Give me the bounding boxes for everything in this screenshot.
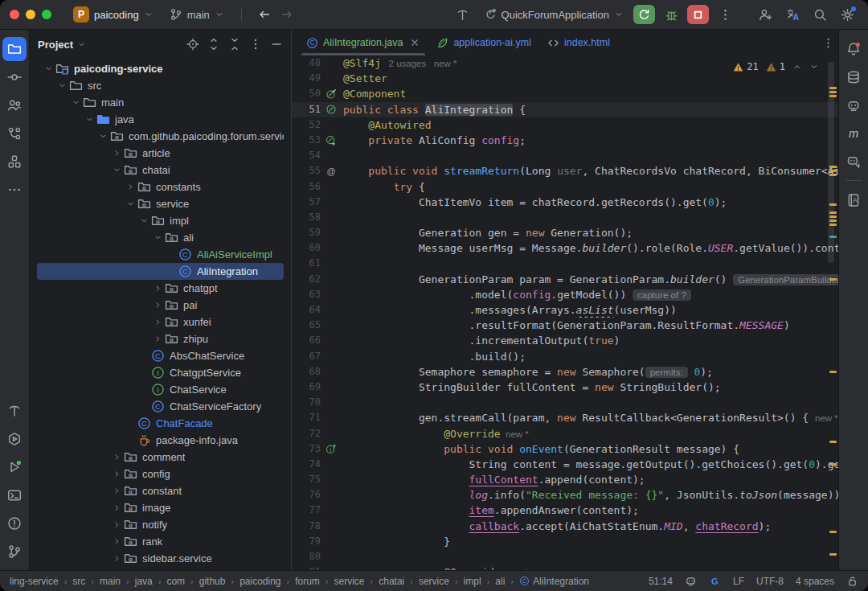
- code-line-53[interactable]: 53 private AliConfig config;: [292, 133, 838, 148]
- chevron-down-icon[interactable]: [96, 131, 110, 142]
- close-tab-icon[interactable]: [409, 37, 420, 48]
- code-line-80[interactable]: 80: [292, 549, 838, 564]
- notifications-button[interactable]: [841, 37, 866, 61]
- code-line-77[interactable]: 77 item.appendAnswer(content);: [292, 503, 838, 518]
- breadcrumb-chatai[interactable]: chatai: [379, 576, 404, 587]
- commit-tool-button[interactable]: [2, 65, 27, 89]
- structure-tool-button[interactable]: [2, 150, 27, 174]
- tree-item-java[interactable]: java: [37, 111, 284, 128]
- settings-button[interactable]: [836, 4, 858, 25]
- translate-button[interactable]: A: [781, 4, 804, 25]
- debug-button[interactable]: [660, 4, 682, 25]
- scrollbar-mark[interactable]: [829, 211, 837, 214]
- chevron-right-icon[interactable]: [151, 334, 165, 345]
- branch-widget[interactable]: main: [164, 6, 230, 23]
- build-hammer-button[interactable]: [452, 4, 474, 25]
- code-line-50[interactable]: 50@Component: [292, 86, 838, 101]
- line-number[interactable]: 61: [292, 256, 321, 271]
- documentation-tool-button[interactable]: A: [841, 188, 866, 212]
- maven-tool-button[interactable]: m: [841, 121, 866, 146]
- scrollbar-mark[interactable]: [829, 236, 837, 238]
- chevron-down-icon[interactable]: [137, 215, 151, 227]
- chevron-down-icon[interactable]: [77, 40, 86, 49]
- ai-chat-tool-button[interactable]: [841, 150, 866, 174]
- chevron-right-icon[interactable]: [151, 317, 165, 328]
- line-number[interactable]: 59: [292, 225, 321, 240]
- rerun-button[interactable]: [633, 5, 655, 24]
- translation-engine[interactable]: G: [709, 575, 721, 587]
- code-line-78[interactable]: 78 callback.accept(AiChatStatEnum.MID, c…: [292, 519, 838, 534]
- code-line-74[interactable]: 74 String content = message.getOutput().…: [292, 457, 838, 472]
- chevron-down-icon[interactable]: [55, 80, 69, 92]
- line-number[interactable]: 70: [292, 395, 321, 410]
- line-number[interactable]: 81: [292, 564, 321, 570]
- chevron-right-icon[interactable]: [110, 519, 124, 531]
- tree-item-constants[interactable]: constants: [37, 179, 284, 195]
- tree-item-impl[interactable]: impl: [37, 212, 284, 229]
- terminal-tool-button[interactable]: [2, 483, 27, 507]
- line-number[interactable]: 63: [292, 287, 321, 302]
- code-line-56[interactable]: 56 try {: [292, 179, 838, 195]
- tree-item-image[interactable]: image: [37, 499, 284, 516]
- line-number[interactable]: 50: [292, 86, 321, 101]
- caret-position[interactable]: 51:14: [649, 576, 673, 587]
- tree-item-constant[interactable]: constant: [37, 482, 284, 499]
- tree-item-src[interactable]: src: [37, 77, 284, 94]
- scrollbar-mark[interactable]: [829, 170, 837, 172]
- tab-AliIntegration.java[interactable]: CAliIntegration.java: [298, 30, 428, 55]
- inspections-widget[interactable]: 21 1: [730, 60, 822, 74]
- code-line-71[interactable]: 71 gen.streamCall(param, new ResultCallb…: [292, 410, 838, 425]
- tree-item-zhipu[interactable]: zhipu: [37, 330, 284, 347]
- line-number[interactable]: 68: [292, 364, 321, 380]
- zoom-window-button[interactable]: [42, 10, 51, 19]
- project-widget[interactable]: P paicoding: [68, 4, 159, 25]
- impl-up-gutter-icon[interactable]: I: [321, 441, 341, 457]
- tree-item-main[interactable]: main: [37, 94, 284, 111]
- scrollbar-mark[interactable]: [829, 224, 837, 226]
- copilot-tool-button[interactable]: [841, 93, 866, 117]
- tree-item-ChatService[interactable]: IChatService: [37, 381, 284, 398]
- line-number[interactable]: 66: [292, 333, 321, 348]
- code-line-75[interactable]: 75 fullContent.append(content);: [292, 472, 838, 487]
- tree-item-chatgpt[interactable]: chatgpt: [37, 280, 284, 297]
- line-number[interactable]: 48: [292, 55, 321, 71]
- prev-problem-icon[interactable]: [792, 62, 802, 72]
- scrollbar-mark[interactable]: [829, 463, 837, 466]
- breadcrumb-forum[interactable]: forum: [295, 576, 320, 587]
- line-number[interactable]: 73: [292, 441, 321, 457]
- code-line-57[interactable]: 57 ChatItemVo item = chatRecord.getRecor…: [292, 195, 838, 210]
- code-editor[interactable]: 48@Slf4j 2 usages new *49@Setter50@Compo…: [292, 55, 838, 570]
- forward-button[interactable]: [276, 4, 298, 25]
- tree-item-ChatgptService[interactable]: IChatgptService: [37, 364, 284, 381]
- code-line-63[interactable]: 63 .model(config.getModel()) capture of …: [292, 287, 838, 302]
- tree-item-com.github.paicoding.forum.service[interactable]: com.github.paicoding.forum.service: [37, 128, 284, 145]
- line-number[interactable]: 69: [292, 380, 321, 395]
- line-number[interactable]: 55: [292, 163, 321, 179]
- run-configuration-widget[interactable]: QuickForumApplication: [479, 6, 628, 23]
- more-tools-button[interactable]: [2, 178, 27, 202]
- stop-button[interactable]: [687, 5, 709, 24]
- line-number[interactable]: 80: [292, 549, 321, 564]
- scrollbar-mark[interactable]: [829, 174, 837, 176]
- code-line-81[interactable]: 81 @Override new *: [292, 564, 838, 570]
- line-number[interactable]: 77: [292, 503, 321, 518]
- scrollbar-mark[interactable]: [829, 166, 837, 168]
- code-line-64[interactable]: 64 .messages(Arrays.asList(userMsg)): [292, 302, 838, 318]
- back-button[interactable]: [253, 4, 276, 25]
- code-line-79[interactable]: 79 }: [292, 534, 838, 549]
- code-line-66[interactable]: 66 .incrementalOutput(true): [292, 333, 838, 348]
- chevron-right-icon[interactable]: [151, 283, 165, 294]
- pull-requests-tool-button[interactable]: [2, 93, 27, 117]
- code-line-54[interactable]: 54: [292, 148, 838, 163]
- breadcrumb-service[interactable]: service: [334, 576, 365, 587]
- tree-item-sidebar.service[interactable]: sidebar.service: [37, 550, 284, 567]
- line-number[interactable]: 75: [292, 472, 321, 487]
- locate-file-button[interactable]: [186, 38, 199, 51]
- code-line-52[interactable]: 52 @Autowired: [292, 117, 838, 133]
- breadcrumb-github[interactable]: github: [199, 576, 226, 587]
- line-number[interactable]: 54: [292, 148, 321, 163]
- tree-item-rank[interactable]: rank: [37, 533, 284, 550]
- scrollbar-mark[interactable]: [829, 441, 837, 443]
- chevron-right-icon[interactable]: [110, 148, 124, 159]
- more-run-actions-button[interactable]: [714, 4, 736, 25]
